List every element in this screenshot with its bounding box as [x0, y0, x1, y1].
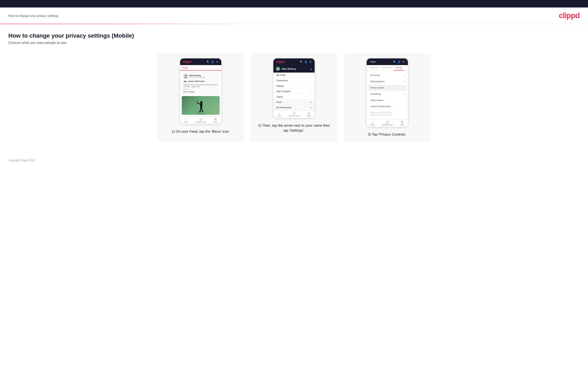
service-external-icon: ↗	[391, 106, 392, 107]
menu-bottom-item-2: ✕ Menu	[307, 112, 311, 117]
phone-2-navbar: clippd 🔍 👤 ⚙	[273, 58, 315, 65]
step-3-phone: < Back 🔍 👤 ⚙ My Profile Connections Sett…	[366, 58, 408, 127]
svg-point-3	[200, 101, 203, 104]
svg-point-10	[199, 111, 201, 112]
main-content: How to change your privacy settings (Mob…	[0, 24, 588, 154]
feed-image	[182, 96, 220, 115]
phone-2-logo: clippd	[276, 60, 285, 63]
golfer-silhouette	[196, 100, 206, 115]
phone-2-icons: 🔍 👤 ⚙	[300, 60, 312, 63]
back-label: Back	[371, 61, 376, 63]
close-icon: ✕	[308, 112, 310, 115]
home-label: Home	[184, 121, 188, 123]
dropdown-home-section[interactable]: Home ▼	[273, 100, 315, 105]
connections-label: Connections	[276, 79, 288, 82]
help-support-row: Help & Support ↗	[370, 99, 385, 101]
my-golf-bag-arrow: ›	[404, 93, 404, 95]
dropdown-settings[interactable]: Settings	[273, 83, 315, 89]
svg-line-5	[198, 103, 200, 104]
menu-icon: ☰	[215, 118, 217, 121]
performance-label-2: My Performance	[289, 115, 299, 117]
phone-3-icons: 🔍 👤 ⚙	[393, 60, 405, 63]
step-1-description: 1) On your Feed, tap the 'Menu' icon.	[172, 129, 230, 134]
performance-bottom-item-2: 📈 My Performance	[289, 112, 299, 117]
settings-icon-2: ⚙	[309, 60, 312, 63]
steps-container: clippd 🔍 👤 ⚙ Feed	[8, 53, 580, 142]
person-icon-3: 👤	[398, 60, 401, 63]
header: How to change your privacy settings clip…	[0, 8, 588, 24]
settings-help-support[interactable]: Help & Support ↗	[368, 97, 406, 103]
feed-post: Blair McHarg Yesterday · Sunningdale 📹 L…	[182, 72, 220, 94]
performance-bottom-item-3: 📈 My Performance	[382, 121, 393, 125]
person-icon: 👤	[211, 60, 214, 63]
step-3-card: < Back 🔍 👤 ⚙ My Profile Connections Sett…	[344, 53, 431, 142]
version-info: Clippd Client Version: 2022.8.3-3 GQL Se…	[368, 110, 406, 118]
help-label: Help & Support	[276, 90, 290, 92]
home-label-2: Home	[277, 115, 281, 117]
dropdown-help[interactable]: Help & Support ↗	[273, 89, 315, 94]
home-chevron: ▼	[310, 101, 312, 103]
settings-service-privacy[interactable]: Service & Privacy Policy ↗	[368, 104, 406, 109]
dropdown-avatar: B	[276, 67, 280, 71]
dropdown-performance-section[interactable]: My Performance ▼	[273, 105, 315, 110]
phone-1-icons: 🔍 👤 ⚙	[206, 60, 219, 63]
dropdown-user-name: Blair McHarg	[282, 67, 296, 70]
performance-icon-3: 📈	[386, 121, 389, 124]
step-1-phone: clippd 🔍 👤 ⚙ Feed	[180, 58, 222, 124]
privacy-controls-label: Privacy Controls	[370, 87, 384, 89]
feed-location: Yesterday · Sunningdale	[189, 76, 205, 78]
search-icon-3: 🔍	[393, 60, 396, 63]
svg-point-0	[185, 75, 187, 76]
settings-my-account[interactable]: My Account ›	[368, 72, 406, 78]
performance-chevron: ▼	[310, 107, 312, 109]
phone-1-bottom-bar: ⌂ Home 📈 My Performance ☰ Menu	[180, 117, 221, 124]
svg-rect-4	[200, 104, 202, 107]
home-bottom-item-2: ⌂ Home	[277, 112, 281, 117]
back-button[interactable]: < Back	[369, 61, 376, 63]
feed-lesson-row: 📹 Lesson with Fordy	[183, 80, 218, 83]
feed-username: Blair McHarg	[189, 75, 205, 76]
lesson-title: Lesson with Fordy	[188, 80, 205, 82]
my-golf-bag-label: My Golf Bag	[370, 93, 381, 95]
settings-list: My Account › Data Integrations › Privacy…	[367, 71, 408, 119]
tab-my-profile[interactable]: My Profile	[368, 65, 380, 70]
settings-icon: ⚙	[216, 60, 219, 63]
dropdown-logout[interactable]: Logout	[273, 94, 315, 100]
home-bottom-item: ⌂ Home	[184, 118, 188, 123]
tab-connections[interactable]: Connections	[380, 65, 394, 70]
page-subtitle: Choose what you want people to see	[8, 41, 580, 45]
help-support-label: Help & Support	[370, 99, 383, 101]
settings-privacy-controls[interactable]: Privacy Controls ›	[368, 85, 406, 91]
phone-3-bottom-bar: ⌂ Home 📈 My Performance ☰ Menu	[367, 119, 408, 127]
tab-settings[interactable]: Settings	[394, 65, 404, 70]
breadcrumb: How to change your privacy settings	[8, 14, 59, 17]
step-2-description: 2) Then, tap the arrow next to your name…	[255, 123, 333, 133]
back-chevron: <	[369, 61, 370, 63]
settings-data-integrations[interactable]: Data Integrations ›	[368, 79, 406, 84]
menu-icon-3: ☰	[401, 121, 403, 124]
home-icon-2: ⌂	[278, 112, 280, 115]
dropdown-chevron-up: ▲	[310, 68, 312, 70]
settings-tabs: My Profile Connections Settings	[367, 65, 408, 71]
home-icon: ⌂	[185, 118, 187, 121]
service-privacy-label: Service & Privacy Policy	[370, 105, 391, 108]
dropdown-connections[interactable]: Connections	[273, 78, 315, 83]
settings-my-golf-bag[interactable]: My Golf Bag ›	[368, 91, 406, 97]
performance-icon: 📈	[199, 118, 202, 121]
svg-rect-2	[196, 112, 205, 115]
dropdown-menu: B Blair McHarg ▲ My Profile Connections …	[273, 65, 315, 110]
help-external-icon: ↗	[384, 99, 385, 101]
version-client: Clippd Client Version: 2022.8.3-3	[370, 111, 404, 114]
menu-label-3: Menu	[400, 124, 404, 125]
dropdown-user-row: B Blair McHarg ▲	[273, 65, 315, 73]
page-title: How to change your privacy settings (Mob…	[8, 33, 580, 39]
feed-duration-value: 01 hr : 30 min	[183, 91, 218, 93]
phone-1-logo: clippd	[183, 60, 191, 63]
copyright: Copyright Clippd 2022	[8, 159, 35, 162]
phone-3-navbar: < Back 🔍 👤 ⚙	[367, 58, 408, 65]
service-privacy-row: Service & Privacy Policy ↗	[370, 105, 392, 108]
logout-label: Logout	[276, 96, 283, 98]
home-icon-3: ⌂	[372, 121, 373, 124]
svg-point-1	[184, 77, 187, 78]
dropdown-my-profile[interactable]: My Profile	[273, 73, 315, 78]
